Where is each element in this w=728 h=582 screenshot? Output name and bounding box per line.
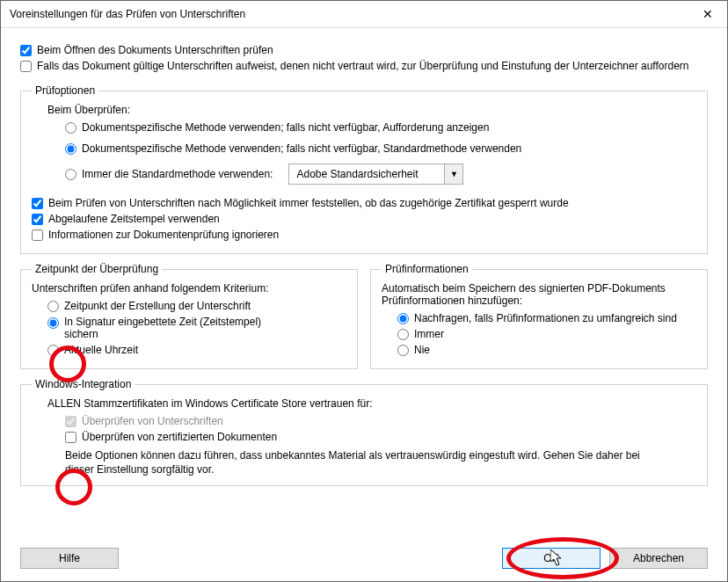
- label-pruefinfo-never: Nie: [414, 344, 430, 356]
- dialog-window: Voreinstellungen für das Prüfen von Unte…: [0, 0, 728, 582]
- cancel-button-label: Abbrechen: [633, 552, 684, 564]
- checkbox-prompt-untrusted[interactable]: [20, 61, 32, 72]
- label-winint-certdocs: Überprüfen von zertifizierten Dokumenten: [82, 431, 277, 443]
- radio-method-doc-prompt[interactable]: [65, 122, 76, 134]
- dialog-content: Beim Öffnen des Dokuments Unterschriften…: [1, 28, 727, 495]
- label-zeit-now: Aktuelle Uhrzeit: [64, 344, 138, 356]
- label-check-revocation: Beim Prüfen von Unterschriften nach Mögl…: [48, 197, 569, 209]
- label-use-expired-ts: Abgelaufene Zeitstempel verwenden: [48, 213, 220, 225]
- checkbox-winint-certdocs[interactable]: [65, 432, 76, 443]
- label-winint-sigs: Überprüfen von Unterschriften: [82, 415, 223, 427]
- label-method-always-default: Immer die Standardmethode verwenden:: [82, 168, 273, 180]
- label-zeitpunkt-intro: Unterschriften prüfen anhand folgendem K…: [32, 282, 346, 295]
- ok-button-label: OK: [543, 552, 558, 564]
- label-method-doc-default: Dokumentspezifische Methode verwenden; f…: [82, 142, 521, 155]
- label-winint-note: Beide Optionen können dazu führen, dass …: [65, 448, 645, 477]
- chevron-down-icon: ▼: [444, 164, 462, 184]
- row-winint-sigs: Überprüfen von Unterschriften: [65, 415, 696, 427]
- legend-zeitpunkt: Zeitpunkt der Überprüfung: [32, 263, 162, 275]
- dropdown-default-method-value: Adobe Standardsicherheit: [289, 168, 444, 180]
- help-button-label: Hilfe: [59, 552, 80, 564]
- label-zeit-embedded: In Signatur eingebettete Zeit (Zeitstemp…: [64, 316, 275, 340]
- label-zeit-creation: Zeitpunkt der Erstellung der Unterschrif…: [64, 300, 251, 312]
- cancel-button[interactable]: Abbrechen: [609, 548, 708, 569]
- ok-button[interactable]: OK: [502, 548, 601, 569]
- radio-pruefinfo-never[interactable]: [397, 345, 409, 356]
- row-zeit-embedded: In Signatur eingebettete Zeit (Zeitstemp…: [47, 316, 346, 340]
- dialog-footer: Hilfe OK Abbrechen: [20, 548, 708, 569]
- label-beim-ueberpruefen: Beim Überprüfen:: [47, 104, 696, 116]
- row-pruefinfo-always: Immer: [397, 328, 696, 340]
- radio-zeit-embedded[interactable]: [47, 317, 59, 329]
- row-pruefinfo-ask: Nachfragen, falls Prüfinformationen zu u…: [397, 312, 696, 324]
- row-use-expired-ts: Abgelaufene Zeitstempel verwenden: [32, 213, 696, 225]
- label-winint-intro: ALLEN Stammzertifikaten im Windows Certi…: [47, 397, 696, 410]
- legend-pruefinfo: Prüfinformationen: [382, 263, 472, 275]
- label-ignore-docinfo: Informationen zur Dokumentenprüfung igno…: [48, 229, 279, 241]
- row-ignore-docinfo: Informationen zur Dokumentenprüfung igno…: [32, 229, 696, 241]
- row-method-always-default: Immer die Standardmethode verwenden: Ado…: [65, 164, 696, 185]
- group-zeitpunkt: Zeitpunkt der Überprüfung Unterschriften…: [20, 263, 358, 369]
- label-pruefinfo-always: Immer: [414, 328, 444, 340]
- group-windows-integration: Windows-Integration ALLEN Stammzertifika…: [20, 378, 708, 486]
- label-verify-on-open: Beim Öffnen des Dokuments Unterschriften…: [37, 44, 273, 56]
- legend-winint: Windows-Integration: [32, 378, 135, 390]
- help-button[interactable]: Hilfe: [20, 548, 119, 569]
- row-zeit-creation: Zeitpunkt der Erstellung der Unterschrif…: [47, 300, 346, 312]
- radio-method-always-default[interactable]: [65, 169, 76, 180]
- label-pruefinfo-ask: Nachfragen, falls Prüfinformationen zu u…: [414, 312, 677, 324]
- row-prompt-untrusted: Falls das Dokument gültige Unterschrifte…: [20, 60, 708, 72]
- checkbox-use-expired-ts[interactable]: [32, 214, 43, 225]
- row-verify-on-open: Beim Öffnen des Dokuments Unterschriften…: [20, 44, 708, 56]
- row-pruefinfo-never: Nie: [397, 344, 696, 356]
- checkbox-check-revocation[interactable]: [32, 198, 43, 209]
- row-check-revocation: Beim Prüfen von Unterschriften nach Mögl…: [32, 197, 696, 209]
- checkbox-winint-sigs: [65, 416, 76, 427]
- label-prompt-untrusted: Falls das Dokument gültige Unterschrifte…: [37, 60, 689, 72]
- radio-pruefinfo-ask[interactable]: [397, 313, 409, 324]
- row-method-doc-default: Dokumentspezifische Methode verwenden; f…: [65, 142, 696, 155]
- group-pruefoptionen: Prüfoptionen Beim Überprüfen: Dokumentsp…: [20, 84, 708, 254]
- dropdown-default-method[interactable]: Adobe Standardsicherheit ▼: [288, 164, 463, 185]
- radio-pruefinfo-always[interactable]: [397, 329, 409, 340]
- window-title: Voreinstellungen für das Prüfen von Unte…: [10, 8, 245, 20]
- close-icon[interactable]: ✕: [688, 1, 727, 27]
- legend-pruefoptionen: Prüfoptionen: [32, 84, 98, 97]
- row-zeit-now: Aktuelle Uhrzeit: [47, 344, 346, 356]
- radio-method-doc-default[interactable]: [65, 143, 76, 155]
- row-method-doc-prompt: Dokumentspezifische Methode verwenden; f…: [65, 121, 696, 134]
- label-method-doc-prompt: Dokumentspezifische Methode verwenden; f…: [82, 121, 489, 134]
- label-pruefinfo-intro: Automatisch beim Speichern des signierte…: [382, 282, 696, 307]
- group-pruefinfo: Prüfinformationen Automatisch beim Speic…: [370, 263, 708, 369]
- radio-zeit-now[interactable]: [47, 345, 59, 356]
- checkbox-ignore-docinfo[interactable]: [32, 229, 43, 241]
- row-winint-certdocs: Überprüfen von zertifizierten Dokumenten: [65, 431, 696, 443]
- checkbox-verify-on-open[interactable]: [20, 45, 32, 56]
- titlebar: Voreinstellungen für das Prüfen von Unte…: [1, 1, 727, 28]
- radio-zeit-creation[interactable]: [47, 301, 59, 312]
